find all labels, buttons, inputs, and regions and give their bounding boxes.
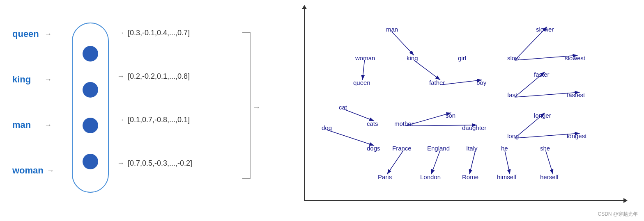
scatter-word-himself: himself — [497, 173, 517, 180]
vector-item-man: → [0.1,0.7,-0.8,...,0.1] — [117, 116, 192, 124]
svg-line-4 — [440, 80, 482, 85]
vector-item-woman: → [0.7,0.5,-0.3,...,-0.2] — [117, 159, 192, 168]
scatter-word-Rome: Rome — [462, 173, 478, 180]
svg-line-2 — [363, 60, 365, 80]
svg-line-12 — [505, 150, 510, 174]
arrow-king: → — [44, 75, 52, 84]
scatter-plot: manwomankinggirlslowerslowslowestqueenfa… — [279, 4, 628, 217]
main-container: queen → king → man → woman → — [0, 0, 644, 221]
scatter-word-woman: woman — [355, 55, 375, 62]
scatter-word-slower: slower — [536, 26, 554, 33]
vector-arrow-queen: → — [117, 29, 124, 37]
vector-text-woman: [0.7,0.5,-0.3,...,-0.2] — [128, 159, 192, 168]
scatter-word-longest: longest — [567, 132, 586, 139]
scatter-word-Paris: Paris — [378, 173, 392, 180]
word-list: queen → king → man → woman → — [12, 29, 54, 176]
vector-item-king: → [0.2,-0.2,0.1,...,0.8] — [117, 72, 192, 81]
scatter-word-mother: mother — [394, 120, 414, 127]
scatter-word-slow: slow — [507, 55, 520, 62]
scatter-word-dogs: dogs — [367, 145, 380, 152]
arrow-woman: → — [47, 166, 54, 175]
bracket-connector — [242, 32, 251, 179]
x-axis — [304, 200, 624, 201]
vector-arrow-man: → — [117, 116, 124, 124]
scatter-word-she: she — [540, 145, 550, 152]
word-label-queen: queen — [12, 29, 41, 39]
scatter-word-faster: faster — [534, 71, 550, 78]
scatter-arrows — [279, 4, 628, 217]
word-item-king: king → — [12, 74, 54, 85]
svg-line-5 — [345, 109, 375, 121]
nn-node-3 — [83, 118, 98, 133]
scatter-word-Italy: Italy — [466, 145, 478, 152]
scatter-word-fast: fast — [507, 91, 517, 98]
vector-item-queen: → [0.3,-0.1,0.4,...,0.7] — [117, 29, 192, 37]
scatter-word-he: he — [501, 145, 508, 152]
vector-list: → [0.3,-0.1,0.4,...,0.7] → [0.2,-0.2,0.1… — [117, 29, 192, 168]
word-item-man: man → — [12, 120, 54, 130]
scatter-word-longer: longer — [534, 112, 551, 119]
word-label-woman: woman — [12, 165, 44, 176]
scatter-word-France: France — [392, 145, 412, 152]
y-axis — [304, 8, 305, 201]
neural-network-capsule — [72, 23, 109, 193]
scatter-word-girl: girl — [458, 55, 466, 62]
vector-arrow-woman: → — [117, 159, 124, 168]
scatter-word-cats: cats — [367, 120, 378, 127]
word-label-man: man — [12, 120, 41, 130]
scatter-word-herself: herself — [540, 173, 559, 180]
embedding-diagram: queen → king → man → woman → — [8, 12, 263, 209]
scatter-word-daughter: daughter — [462, 124, 486, 131]
scatter-word-long: long — [507, 132, 519, 139]
vector-text-king: [0.2,-0.2,0.1,...,0.8] — [128, 72, 190, 81]
scatter-word-son: son — [446, 112, 455, 119]
svg-line-3 — [414, 60, 440, 80]
svg-line-6 — [327, 130, 375, 146]
svg-line-9 — [387, 150, 404, 174]
scatter-word-dog: dog — [322, 124, 332, 131]
nn-node-4 — [83, 154, 98, 169]
word-item-queen: queen → — [12, 29, 54, 39]
main-arrow: → — [253, 103, 261, 112]
word-item-woman: woman → — [12, 165, 54, 176]
scatter-word-father: father — [429, 79, 445, 86]
svg-line-11 — [469, 150, 476, 174]
nn-node-1 — [83, 46, 98, 62]
scatter-word-England: England — [427, 145, 450, 152]
scatter-word-man: man — [386, 26, 398, 33]
scatter-word-boy: boy — [476, 79, 486, 86]
svg-line-13 — [546, 150, 553, 174]
arrow-queen: → — [44, 30, 52, 39]
scatter-word-London: London — [420, 173, 441, 180]
svg-line-1 — [392, 32, 414, 55]
scatter-word-king: king — [407, 55, 418, 62]
word-label-king: king — [12, 74, 41, 85]
watermark: CSDN @穿越光年 — [598, 211, 638, 218]
svg-line-10 — [431, 150, 440, 174]
vector-arrow-king: → — [117, 72, 124, 81]
scatter-word-queen: queen — [353, 79, 370, 86]
scatter-word-cat: cat — [339, 104, 347, 111]
vector-text-man: [0.1,0.7,-0.8,...,0.1] — [128, 116, 190, 124]
scatter-word-slowest: slowest — [565, 55, 585, 62]
vector-text-queen: [0.3,-0.1,0.4,...,0.7] — [128, 29, 190, 37]
scatter-word-fastest: fastest — [567, 91, 585, 98]
nn-node-2 — [83, 82, 98, 98]
arrow-man: → — [44, 121, 52, 130]
